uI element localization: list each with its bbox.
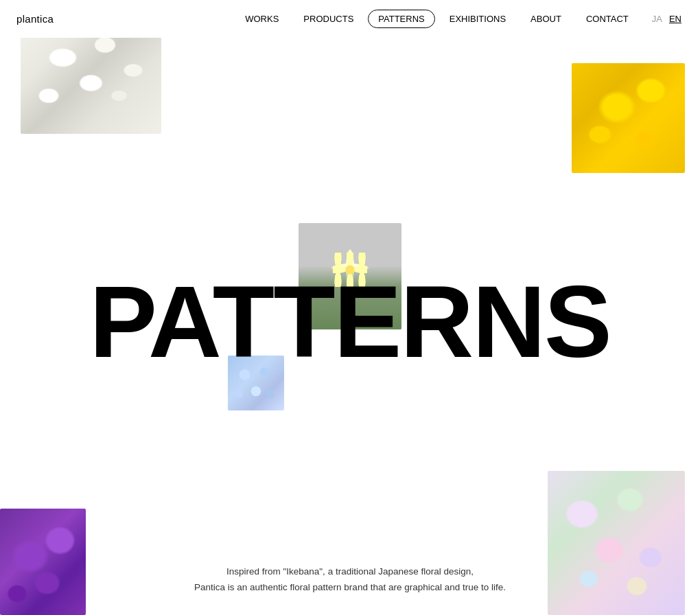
- nav-works[interactable]: WORKS: [235, 10, 289, 28]
- description-text: Inspired from "Ikebana", a traditional J…: [194, 564, 506, 596]
- nav-links: WORKS PRODUCTS PATTERNS EXHIBITIONS ABOU…: [235, 10, 639, 28]
- nav-contact[interactable]: CONTACT: [576, 10, 639, 28]
- nav-about[interactable]: ABOUT: [520, 10, 572, 28]
- brand-logo[interactable]: plantica: [16, 13, 54, 25]
- flower-image-yellow: [572, 63, 685, 173]
- main-content: PATTERNS Inspired from "Ikebana", a trad…: [0, 0, 700, 615]
- description-line1: Inspired from "Ikebana", a traditional J…: [194, 564, 506, 580]
- nav-exhibitions[interactable]: EXHIBITIONS: [439, 10, 516, 28]
- description-line2: Pantica is an authentic floral pattern b…: [194, 580, 506, 596]
- lang-ja[interactable]: JA: [650, 12, 664, 25]
- main-nav: plantica WORKS PRODUCTS PATTERNS EXHIBIT…: [0, 0, 700, 38]
- lang-en[interactable]: EN: [667, 12, 684, 25]
- nav-patterns[interactable]: PATTERNS: [368, 10, 434, 28]
- flower-image-pastel: [548, 471, 685, 615]
- nav-products[interactable]: PRODUCTS: [293, 10, 364, 28]
- flower-image-daisy: [299, 223, 401, 329]
- flower-image-hydrangea: [228, 356, 284, 410]
- flower-image-purple: [0, 509, 86, 615]
- lang-switcher: JA EN: [650, 12, 684, 25]
